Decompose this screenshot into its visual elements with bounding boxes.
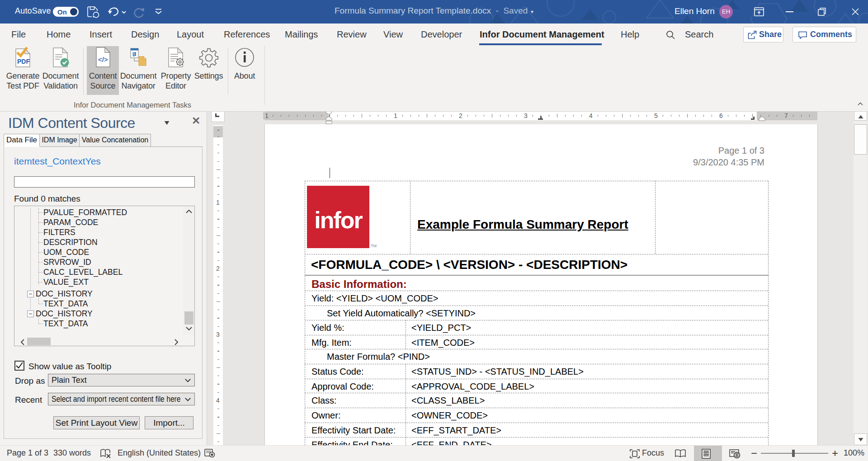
svg-text:PDF: PDF [17,58,30,65]
svg-text:</>: </> [98,56,108,63]
